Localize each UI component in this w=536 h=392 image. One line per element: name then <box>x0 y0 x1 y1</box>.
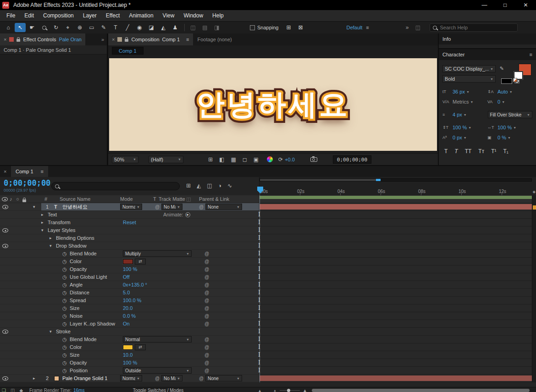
snap-edges-icon[interactable]: ⊠ <box>295 23 306 32</box>
graph-editor-icon[interactable]: ∿ <box>227 182 232 189</box>
breadcrumb[interactable]: Comp 1 <box>112 47 144 55</box>
pickwhip-icon[interactable]: @ <box>204 320 209 328</box>
minimize-button[interactable]: — <box>474 0 495 10</box>
help-search-input[interactable] <box>440 25 508 30</box>
group-row[interactable]: ▸TransformResetI <box>0 219 536 226</box>
panel-menu-icon[interactable]: ≡ <box>530 52 532 57</box>
pickwhip-icon[interactable]: @ <box>204 336 209 343</box>
tsume-field[interactable]: 0 %▼ <box>497 135 532 140</box>
timeline-track[interactable]: I <box>259 281 536 289</box>
tool-pen-icon[interactable]: ✎ <box>98 23 109 32</box>
stopwatch-icon[interactable]: ◷ <box>62 367 67 375</box>
property-row[interactable]: ◷Size20.0@I <box>0 304 536 312</box>
pickwhip-icon[interactable]: @ <box>204 297 209 304</box>
eyedropper-icon[interactable]: ✎ <box>500 66 504 72</box>
toggle-switches-icon[interactable]: ◫ <box>186 195 191 203</box>
parent-link-dropdown[interactable]: None▼ <box>205 204 242 210</box>
parent-link-dropdown[interactable]: None▼ <box>205 375 242 381</box>
layer-name[interactable]: Pale Orange Solid 1 <box>62 375 107 382</box>
timeline-track[interactable]: I <box>259 351 536 359</box>
transparency-grid-icon[interactable]: ▦ <box>231 156 236 163</box>
blend-mode-dropdown[interactable]: Normal▼ <box>120 375 142 381</box>
property-row[interactable]: ◷Color⇄@I <box>0 258 536 265</box>
layer-row[interactable]: ▾1T안녕하세요Normal▼@No Matte▼@None▼ <box>0 203 536 211</box>
time-navigator-thumb[interactable] <box>260 179 377 181</box>
group-label[interactable]: Drop Shadow <box>56 242 87 250</box>
snapping-checkbox[interactable] <box>250 25 255 30</box>
close-button[interactable]: ✕ <box>515 0 536 10</box>
stopwatch-icon[interactable]: ◷ <box>62 258 67 265</box>
timeline-track[interactable]: I <box>259 328 536 336</box>
pickwhip-icon[interactable]: @ <box>204 351 209 359</box>
timeline-zoom-knob[interactable] <box>287 389 290 392</box>
visibility-eye-icon[interactable] <box>2 376 8 381</box>
twirl-icon[interactable]: ▸ <box>50 234 52 242</box>
frame-blend-icon[interactable]: ◫ <box>207 182 212 189</box>
twirl-icon[interactable]: ▾ <box>50 328 52 336</box>
stroke-style-dropdown[interactable]: Fill Over Stroke▼ <box>488 111 532 118</box>
property-row[interactable]: ◷Color⇄@I <box>0 343 536 351</box>
timeline-track[interactable]: I <box>259 242 536 250</box>
pickwhip-icon[interactable]: @ <box>204 265 209 273</box>
color-swatch[interactable] <box>123 259 133 264</box>
tool-brush-icon[interactable]: ╱ <box>122 23 133 32</box>
stopwatch-icon[interactable]: ◷ <box>62 304 67 312</box>
property-row[interactable]: ◷Spread100.0 %@I <box>0 297 536 304</box>
property-label[interactable]: Opacity <box>70 265 87 273</box>
property-value[interactable]: 5.0 <box>123 289 130 297</box>
timeline-track[interactable]: I <box>259 297 536 304</box>
property-label[interactable]: Size <box>70 351 79 359</box>
collapse-icon[interactable]: ▴ <box>259 387 261 392</box>
tool-zoom-icon[interactable] <box>39 23 50 32</box>
timeline-track[interactable]: I <box>259 320 536 328</box>
solo-column-icon[interactable]: ○ <box>16 195 19 203</box>
pickwhip-icon[interactable]: @ <box>155 375 160 382</box>
stopwatch-icon[interactable]: ◷ <box>62 265 67 273</box>
timeline-track[interactable] <box>259 375 536 382</box>
layer-duration-bar[interactable] <box>260 204 535 210</box>
visibility-eye-icon[interactable] <box>2 205 8 209</box>
pickwhip-icon[interactable]: @ <box>204 343 209 351</box>
reset-link[interactable]: Reset <box>123 219 136 226</box>
group-label[interactable]: Layer Styles <box>48 226 76 234</box>
motion-blur-icon[interactable]: ◑ <box>218 182 221 189</box>
tool-puppet-pin-icon[interactable]: ♟ <box>170 23 181 32</box>
type-toggle-4[interactable]: T¹ <box>491 148 496 155</box>
group-row[interactable]: ▾StrokeI <box>0 328 536 336</box>
tool-pan-behind-icon[interactable]: ⊕ <box>74 23 85 32</box>
stopwatch-icon[interactable]: ◷ <box>62 273 67 281</box>
panel-menu-icon[interactable]: ≡ <box>186 37 189 42</box>
snapshot-camera-icon[interactable] <box>310 157 317 162</box>
value-dropdown[interactable]: Normal▼ <box>123 336 192 342</box>
column-source-name[interactable]: Source Name <box>60 195 90 203</box>
lock-column-icon[interactable] <box>22 199 26 202</box>
menu-effect[interactable]: Effect <box>101 10 124 22</box>
visibility-eye-icon[interactable] <box>2 244 8 248</box>
pickwhip-icon[interactable]: @ <box>204 312 209 320</box>
color-options-icon[interactable]: ⇄ <box>135 259 146 265</box>
close-icon[interactable]: × <box>112 37 115 42</box>
color-management-icon[interactable] <box>267 156 273 162</box>
video-column-icon[interactable] <box>2 197 8 201</box>
menu-help[interactable]: Help <box>208 10 228 22</box>
horizontal-scale-field[interactable]: 100 %▼ <box>497 125 532 130</box>
in-out-panes-icon[interactable]: ◆ <box>19 387 23 392</box>
reset-exposure-icon[interactable]: ⟳ <box>278 156 283 163</box>
panel-menu-icon[interactable]: ≡ <box>41 169 44 174</box>
tool-eraser-icon[interactable]: ◪ <box>146 23 157 32</box>
pickwhip-icon[interactable]: @ <box>204 250 209 258</box>
property-value[interactable]: Off <box>123 273 129 281</box>
type-toggle-2[interactable]: TT <box>465 148 472 155</box>
track-matte-dropdown[interactable]: No Matte▼ <box>161 375 182 381</box>
menu-window[interactable]: Window <box>179 10 208 22</box>
timeline-track[interactable]: I <box>259 211 536 219</box>
default-colors-icon[interactable] <box>513 78 517 82</box>
layer-switches-pane-icon[interactable]: ❏ <box>2 387 6 392</box>
pickwhip-icon[interactable]: @ <box>204 281 209 289</box>
property-value[interactable]: 100.0 % <box>123 297 141 304</box>
visibility-eye-icon[interactable] <box>2 228 8 232</box>
playhead-line[interactable] <box>260 195 260 382</box>
twirl-icon[interactable]: ▾ <box>41 226 44 234</box>
property-label[interactable]: Noise <box>70 312 83 320</box>
twirl-icon[interactable]: ▸ <box>33 375 35 382</box>
